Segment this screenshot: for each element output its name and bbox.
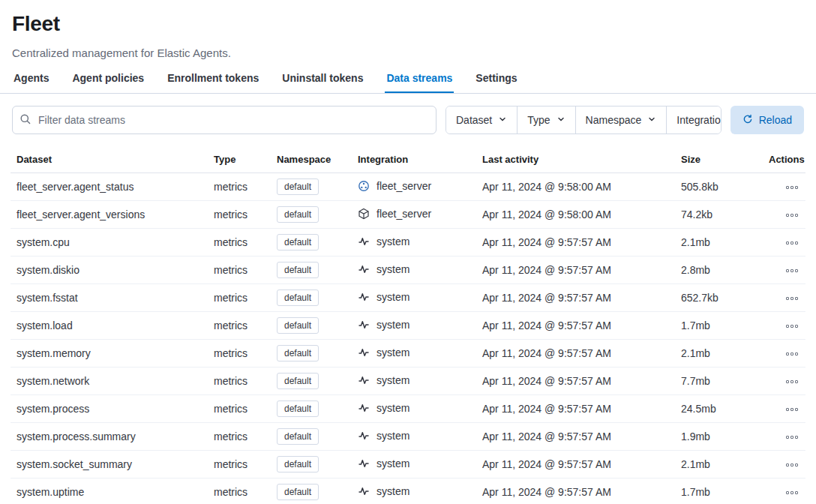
last-activity-cell: Apr 11, 2024 @ 9:57:57 AM	[476, 395, 675, 423]
tab-label: Enrollment tokens	[167, 72, 259, 84]
dataset-cell: system.diskio	[10, 256, 208, 284]
chevron-down-icon	[498, 114, 507, 126]
page-title: Fleet	[12, 12, 804, 36]
dataset-cell: system.load	[10, 312, 208, 340]
last-activity-cell: Apr 11, 2024 @ 9:57:57 AM	[476, 478, 675, 504]
namespace-badge: default	[277, 484, 319, 500]
filter-bar: Dataset Type Namespace Integration	[0, 94, 816, 146]
namespace-cell: default	[271, 423, 352, 451]
dataset-cell: system.process.summary	[10, 423, 208, 451]
namespace-cell: default	[271, 173, 352, 201]
table-body: fleet_server.agent_status metrics defaul…	[10, 173, 806, 504]
last-activity-cell: Apr 11, 2024 @ 9:57:57 AM	[476, 368, 675, 395]
namespace-badge: default	[277, 373, 319, 389]
dataset-cell: system.socket_summary	[10, 451, 208, 478]
last-activity-cell: Apr 11, 2024 @ 9:58:00 AM	[476, 173, 675, 201]
type-cell: metrics	[208, 256, 271, 284]
type-cell: metrics	[208, 423, 271, 451]
tab-agent-policies[interactable]: Agent policies	[70, 72, 146, 93]
system-icon	[358, 458, 370, 470]
size-cell: 1.7mb	[675, 478, 763, 504]
ellipsis-menu-icon[interactable]	[784, 488, 800, 497]
tab-agents[interactable]: Agents	[12, 72, 50, 93]
search-icon	[20, 113, 32, 125]
column-header-namespace: Namespace	[271, 149, 352, 173]
namespace-filter-dropdown[interactable]: Namespace	[575, 106, 667, 134]
actions-cell	[763, 340, 806, 368]
integration-label: system	[376, 291, 410, 303]
integration-cell: system	[352, 368, 476, 395]
integration-cell: system	[352, 451, 476, 478]
ellipsis-menu-icon[interactable]	[784, 294, 800, 303]
ellipsis-menu-icon[interactable]	[784, 238, 800, 248]
ellipsis-menu-icon[interactable]	[784, 211, 800, 220]
integration-cell: system	[352, 395, 476, 423]
namespace-cell: default	[271, 256, 352, 284]
tab-uninstall-tokens[interactable]: Uninstall tokens	[280, 72, 364, 93]
dataset-cell: fleet_server.agent_versions	[10, 201, 208, 229]
last-activity-cell: Apr 11, 2024 @ 9:58:00 AM	[476, 201, 675, 229]
type-filter-dropdown[interactable]: Type	[517, 106, 574, 134]
size-cell: 505.8kb	[675, 173, 763, 201]
type-cell: metrics	[208, 173, 271, 201]
type-cell: metrics	[208, 395, 271, 423]
tab-data-streams[interactable]: Data streams	[385, 72, 454, 93]
table-row: system.process metrics default system Ap…	[10, 395, 806, 423]
dataset-cell: system.fsstat	[10, 284, 208, 312]
namespace-cell: default	[271, 451, 352, 478]
namespace-badge: default	[277, 206, 319, 223]
namespace-cell: default	[271, 229, 352, 256]
type-cell: metrics	[208, 340, 271, 368]
system-icon	[358, 263, 370, 275]
ellipsis-menu-icon[interactable]	[784, 377, 800, 386]
last-activity-cell: Apr 11, 2024 @ 9:57:57 AM	[476, 256, 675, 284]
tab-settings[interactable]: Settings	[474, 72, 518, 93]
actions-cell	[763, 451, 806, 478]
namespace-cell: default	[271, 368, 352, 395]
actions-cell	[763, 478, 806, 504]
search-input[interactable]	[12, 106, 436, 134]
table-row: system.socket_summary metrics default sy…	[10, 451, 806, 478]
actions-cell	[763, 284, 806, 312]
chevron-down-icon	[556, 114, 566, 126]
filter-group: Dataset Type Namespace Integration	[446, 106, 722, 134]
ellipsis-menu-icon[interactable]	[784, 350, 800, 358]
dataset-cell: system.cpu	[10, 229, 208, 256]
table-row: fleet_server.agent_status metrics defaul…	[10, 173, 806, 201]
namespace-cell: default	[271, 201, 352, 229]
ellipsis-menu-icon[interactable]	[784, 322, 800, 331]
dataset-filter-dropdown[interactable]: Dataset	[446, 106, 517, 134]
tab-enrollment-tokens[interactable]: Enrollment tokens	[166, 72, 260, 93]
ellipsis-menu-icon[interactable]	[784, 433, 800, 442]
namespace-cell: default	[271, 284, 352, 312]
size-cell: 74.2kb	[675, 201, 763, 229]
table-row: system.memory metrics default system Apr…	[10, 340, 806, 368]
system-icon	[358, 430, 370, 442]
ellipsis-menu-icon[interactable]	[784, 460, 800, 470]
integration-filter-label: Integration	[676, 114, 721, 126]
reload-button[interactable]: Reload	[730, 106, 804, 134]
namespace-cell: default	[271, 312, 352, 340]
namespace-filter-label: Namespace	[586, 114, 642, 126]
table-row: system.uptime metrics default system Apr…	[10, 478, 806, 504]
ellipsis-menu-icon[interactable]	[784, 266, 800, 275]
integration-cell: system	[352, 423, 476, 451]
table-row: system.diskio metrics default system Apr…	[10, 256, 806, 284]
type-cell: metrics	[208, 368, 271, 395]
ellipsis-menu-icon[interactable]	[784, 405, 800, 414]
integration-cell: system	[352, 478, 476, 504]
tab-label: Data streams	[386, 72, 452, 84]
integration-cell: system	[352, 256, 476, 284]
fleet-server-icon	[358, 180, 370, 192]
type-filter-label: Type	[527, 114, 550, 126]
last-activity-cell: Apr 11, 2024 @ 9:57:57 AM	[476, 229, 675, 256]
integration-cell: system	[352, 340, 476, 368]
column-header-size: Size	[675, 149, 763, 173]
integration-filter-dropdown[interactable]: Integration	[666, 106, 721, 134]
type-cell: metrics	[208, 451, 271, 478]
table-row: system.load metrics default system Apr 1…	[10, 312, 806, 340]
actions-cell	[763, 173, 806, 201]
integration-label: system	[376, 430, 410, 442]
actions-cell	[763, 368, 806, 395]
ellipsis-menu-icon[interactable]	[784, 183, 800, 192]
